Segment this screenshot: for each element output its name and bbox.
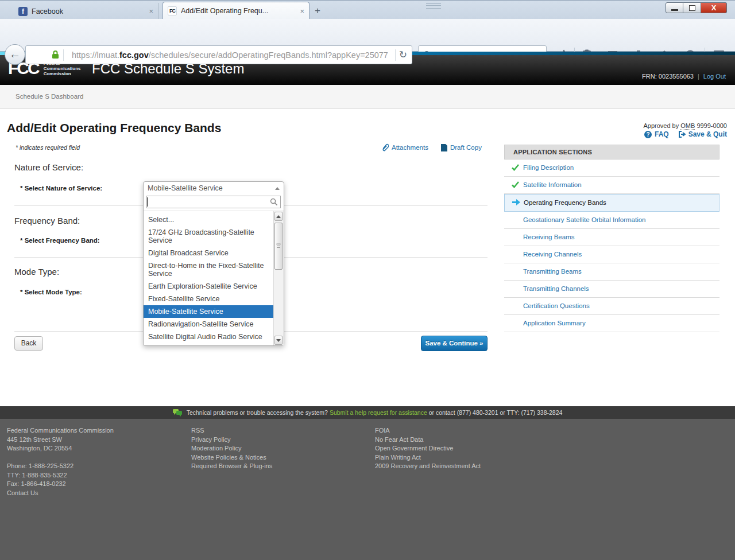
- footer-link[interactable]: Open Government Directive: [375, 444, 481, 453]
- save-quit-link[interactable]: Save & Quit: [678, 130, 727, 138]
- url-bar[interactable]: https://lmuat.fcc.gov/schedules/secure/a…: [25, 45, 412, 64]
- url-text[interactable]: https://lmuat.fcc.gov/schedules/secure/a…: [72, 50, 392, 60]
- dropdown-option[interactable]: Satellite Digital Audio Radio Service: [144, 330, 274, 343]
- reload-icon[interactable]: ↻: [399, 49, 407, 61]
- facebook-icon: f: [18, 7, 28, 16]
- save-continue-button[interactable]: Save & Continue »: [421, 336, 488, 351]
- breadcrumb-bar: Schedule S Dashboard: [0, 85, 735, 109]
- fcc-favicon: FC: [168, 6, 177, 15]
- dropdown-option-selected[interactable]: Mobile-Satellite Service: [144, 305, 274, 318]
- application-sections-header: APPLICATION SECTIONS: [504, 145, 719, 160]
- footer-link[interactable]: 2009 Recovery and Reinvestment Act: [375, 462, 481, 471]
- dropdown-option[interactable]: Radionavigation-Satellite Service: [144, 318, 274, 330]
- dropdown-option-list: Select... 17/24 GHz Broadcasting-Satelli…: [144, 211, 284, 345]
- minimize-button[interactable]: [666, 2, 683, 13]
- sidebar-item-receiving-beams[interactable]: Receiving Beams: [504, 229, 719, 246]
- footer-link[interactable]: RSS: [191, 426, 272, 435]
- tab-close-icon[interactable]: ×: [300, 7, 304, 15]
- divider: [395, 49, 396, 61]
- nature-of-service-dropdown: Mobile-Satellite Service Select... 17/24…: [143, 181, 284, 346]
- dropdown-option[interactable]: Select...: [144, 213, 274, 226]
- scroll-down-icon[interactable]: [274, 336, 283, 345]
- footer-address-column: Federal Communications Commission 445 12…: [7, 426, 114, 497]
- scroll-up-icon[interactable]: [274, 212, 283, 221]
- scrollbar-thumb[interactable]: [274, 223, 283, 270]
- page-meta-links: ?FAQ Save & Quit: [644, 130, 727, 138]
- nature-of-service-label: * Select Nature of Service:: [20, 185, 102, 192]
- footer-link[interactable]: Privacy Policy: [191, 435, 272, 445]
- navigation-bar: ← https://lmuat.fcc.gov/schedules/secure…: [0, 19, 735, 52]
- footer-link[interactable]: No Fear Act Data: [375, 435, 481, 445]
- draft-copy-link[interactable]: Draft Copy: [441, 143, 482, 151]
- dropdown-option[interactable]: Digital Broadcast Service: [144, 247, 274, 259]
- sidebar-item-operating-frequency-bands[interactable]: Operating Frequency Bands: [504, 194, 719, 212]
- footer-policies-column: RSS Privacy Policy Moderation Policy Web…: [191, 426, 272, 471]
- sidebar-item-receiving-channels[interactable]: Receiving Channels: [504, 246, 719, 263]
- sidebar-item-satellite-information[interactable]: Satellite Information: [504, 177, 719, 194]
- back-button[interactable]: Back: [14, 336, 43, 351]
- window-drag-grip[interactable]: [426, 3, 441, 9]
- tab-title: Add/Edit Operating Frequ...: [181, 7, 296, 15]
- contact-us-link[interactable]: Contact Us: [7, 489, 114, 498]
- sidebar-item-transmitting-channels[interactable]: Transmitting Channels: [504, 281, 719, 298]
- document-icon: [441, 144, 447, 151]
- tab-fcc-active[interactable]: FC Add/Edit Operating Frequ... ×: [163, 2, 310, 20]
- question-icon: ?: [644, 131, 652, 138]
- back-nav-button[interactable]: ←: [5, 44, 25, 65]
- frequency-band-label: * Select Frequency Band:: [20, 237, 100, 244]
- close-button[interactable]: X: [701, 2, 727, 13]
- dropdown-search-input[interactable]: [147, 197, 270, 207]
- tab-close-icon[interactable]: ×: [149, 7, 153, 15]
- footer-link[interactable]: Required Browser & Plug-ins: [191, 462, 272, 471]
- sidebar-item-geostationary-orbital-info[interactable]: Geostationary Satellite Orbital Informat…: [504, 212, 719, 229]
- dropdown-selected[interactable]: Mobile-Satellite Service: [144, 182, 284, 195]
- sidebar-item-application-summary[interactable]: Application Summary: [504, 315, 719, 332]
- divider: |: [698, 73, 699, 80]
- restore-icon: [689, 5, 695, 11]
- paperclip-icon: [381, 143, 389, 151]
- footer-link[interactable]: FOIA: [375, 426, 481, 435]
- required-field-note: * indicates required field: [16, 144, 80, 151]
- browser-window: f Facebook × FC Add/Edit Operating Frequ…: [0, 0, 735, 560]
- nature-of-service-heading: Nature of Service:: [14, 162, 83, 172]
- dropdown-option[interactable]: Earth Exploration-Satellite Service: [144, 280, 274, 293]
- attachments-link[interactable]: Attachments: [381, 143, 428, 151]
- faq-link[interactable]: ?FAQ: [644, 130, 669, 138]
- divider: [63, 49, 64, 61]
- search-icon: [270, 198, 278, 206]
- tab-title: Facebook: [32, 7, 145, 15]
- mode-type-heading: Mode Type:: [14, 267, 59, 277]
- check-icon: [512, 181, 519, 188]
- minimize-icon: [671, 9, 678, 11]
- new-tab-button[interactable]: +: [315, 5, 320, 17]
- window-controls: X: [666, 2, 727, 13]
- dropdown-option[interactable]: Direct-to-Home in the Fixed-Satellite Se…: [144, 259, 274, 280]
- current-arrow-icon: [512, 199, 520, 205]
- help-text: Technical problems or trouble accessing …: [187, 409, 563, 416]
- mode-type-label: * Select Mode Type:: [20, 289, 82, 295]
- footer-link[interactable]: Plain Writing Act: [375, 453, 481, 462]
- restore-button[interactable]: [683, 2, 701, 13]
- frn-value: FRN: 0023555063: [642, 73, 694, 80]
- frequency-band-heading: Frequency Band:: [14, 216, 80, 225]
- dropdown-option[interactable]: 17/24 GHz Broadcasting-Satellite Service: [144, 226, 274, 247]
- chevron-up-icon: [275, 187, 280, 190]
- sidebar-item-transmitting-beams[interactable]: Transmitting Beams: [504, 263, 719, 281]
- sidebar-item-filing-description[interactable]: Filing Description: [504, 160, 719, 177]
- dropdown-search-box: [146, 196, 281, 208]
- tab-facebook[interactable]: f Facebook ×: [14, 3, 158, 20]
- document-links: Attachments Draft Copy: [381, 143, 482, 151]
- logout-link[interactable]: Log Out: [703, 73, 726, 80]
- breadcrumb[interactable]: Schedule S Dashboard: [16, 93, 83, 100]
- frn-bar: FRN: 0023555063|Log Out: [642, 73, 726, 80]
- footer-link[interactable]: Moderation Policy: [191, 444, 272, 453]
- exit-icon: [678, 131, 686, 138]
- chat-icon: [173, 409, 182, 417]
- dropdown-option[interactable]: Fixed-Satellite Service: [144, 293, 274, 305]
- sidebar-item-certification-questions[interactable]: Certification Questions: [504, 298, 719, 315]
- page-title: Add/Edit Operating Frequency Bands: [7, 121, 221, 135]
- help-request-link[interactable]: Submit a help request for assistance: [330, 409, 427, 416]
- dropdown-scrollbar[interactable]: [273, 211, 284, 345]
- lock-icon: [51, 50, 60, 60]
- footer-link[interactable]: Website Policies & Notices: [191, 453, 272, 462]
